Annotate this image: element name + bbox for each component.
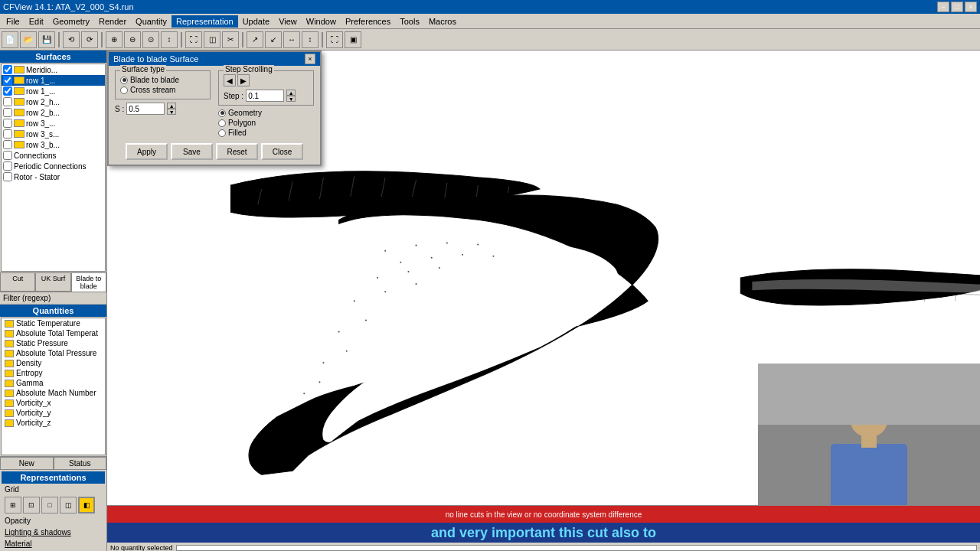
dialog-titlebar[interactable]: Blade to blade Surface × (109, 52, 320, 66)
qty-vorticity-z[interactable]: Vorticity_z (2, 418, 105, 428)
toolbar-btn-15[interactable]: ↔ (283, 31, 300, 48)
tree-checkbox-row1a[interactable] (3, 76, 12, 85)
toolbar-btn-13[interactable]: ↗ (247, 31, 263, 48)
toolbar-btn-12[interactable]: ✂ (222, 31, 239, 48)
tree-item-meridio[interactable]: Meridio... (2, 64, 105, 75)
reset-button[interactable]: Reset (216, 143, 258, 160)
toolbar-btn-18[interactable]: ▣ (345, 31, 361, 48)
menu-window[interactable]: Window (302, 15, 341, 28)
tree-checkbox-row2h[interactable] (3, 97, 12, 106)
menu-render[interactable]: Render (94, 15, 131, 28)
menu-tools[interactable]: Tools (395, 15, 424, 28)
toolbar-btn-10[interactable]: ⛶ (185, 31, 202, 48)
radio-btn-polygon[interactable] (218, 119, 226, 127)
step-spin-down[interactable]: ▼ (286, 96, 296, 102)
tree-checkbox-periodic[interactable] (3, 161, 12, 171)
qty-vorticity-y[interactable]: Vorticity_y (2, 408, 105, 418)
grid-icon-half[interactable]: ◫ (60, 497, 77, 514)
surfaces-tree[interactable]: Meridio... row 1_... row 1_... row 2_h..… (1, 64, 106, 272)
grid-icon-dot[interactable]: ⊡ (23, 497, 40, 514)
tree-item-row2b[interactable]: row 2_b... (2, 107, 105, 118)
radio-filled[interactable]: Filled (218, 129, 314, 137)
qty-abs-total-temp[interactable]: Absolute Total Temperat (2, 328, 105, 338)
radio-polygon[interactable]: Polygon (218, 119, 314, 127)
tab-cut[interactable]: Cut (0, 272, 35, 292)
toolbar-btn-2[interactable]: 📂 (20, 31, 37, 48)
radio-btn-cross-stream[interactable] (120, 86, 128, 94)
new-button[interactable]: New (0, 457, 54, 470)
toolbar-btn-17[interactable]: ⛶ (326, 31, 343, 48)
toolbar-btn-11[interactable]: ◫ (204, 31, 220, 48)
qty-entropy[interactable]: Entropy (2, 368, 105, 378)
tab-uk-surf[interactable]: UK Surf (35, 272, 70, 292)
tree-item-row1b[interactable]: row 1_... (2, 86, 105, 96)
menu-update[interactable]: Update (238, 15, 274, 28)
toolbar-btn-8[interactable]: ⊙ (142, 31, 159, 48)
tree-item-row3s[interactable]: row 3_s... (2, 129, 105, 139)
tree-item-row1a[interactable]: row 1_... (2, 75, 105, 86)
close-button[interactable]: Close (261, 143, 303, 160)
quantities-list[interactable]: Static Temperature Absolute Total Temper… (1, 318, 106, 455)
tree-item-row3a[interactable]: row 3_... (2, 118, 105, 129)
tree-item-rotor[interactable]: Rotor - Stator (2, 171, 105, 182)
tree-checkbox-rotor[interactable] (3, 172, 12, 181)
qty-static-pressure[interactable]: Static Pressure (2, 338, 105, 348)
lighting-label[interactable]: Lighting & shadows (2, 527, 105, 538)
material-label[interactable]: Material (2, 538, 105, 549)
tree-checkbox-meridio[interactable] (3, 65, 12, 74)
tree-checkbox-row3a[interactable] (3, 119, 12, 128)
menu-preferences[interactable]: Preferences (341, 15, 395, 28)
grid-icon-solid[interactable]: ◧ (78, 497, 95, 514)
minimize-button[interactable]: − (937, 2, 949, 12)
toolbar-btn-5[interactable]: ⟳ (81, 31, 98, 48)
tree-item-periodic[interactable]: Periodic Connections (2, 161, 105, 171)
s-input[interactable] (126, 103, 165, 115)
tree-checkbox-row2b[interactable] (3, 108, 12, 117)
radio-btn-blade-to-blade[interactable] (120, 77, 128, 84)
toolbar-btn-9[interactable]: ↕ (161, 31, 178, 48)
close-button[interactable]: × (965, 2, 977, 12)
toolbar-btn-7[interactable]: ⊖ (124, 31, 141, 48)
tree-item-row2h[interactable]: row 2_h... (2, 96, 105, 107)
radio-blade-to-blade[interactable]: Blade to blade (120, 76, 205, 84)
status-button[interactable]: Status (54, 457, 107, 470)
menu-geometry[interactable]: Geometry (48, 15, 94, 28)
dialog-close-button[interactable]: × (305, 54, 315, 64)
tree-checkbox-row3s[interactable] (3, 129, 12, 139)
qty-vorticity-x[interactable]: Vorticity_x (2, 398, 105, 408)
step-input[interactable] (246, 90, 284, 102)
radio-btn-geometry[interactable] (218, 109, 226, 117)
maximize-button[interactable]: □ (951, 2, 963, 12)
tree-item-connections[interactable]: Connections (2, 150, 105, 161)
tree-item-row3b[interactable]: row 3_b... (2, 139, 105, 150)
toolbar-btn-4[interactable]: ⟲ (63, 31, 80, 48)
tab-blade-to-blade[interactable]: Blade to blade (71, 272, 106, 292)
qty-abs-mach[interactable]: Absolute Mach Number (2, 388, 105, 398)
menu-representation[interactable]: Representation (172, 15, 238, 28)
menu-macros[interactable]: Macros (424, 15, 461, 28)
tree-checkbox-connections[interactable] (3, 151, 12, 160)
toolbar-btn-1[interactable]: 📄 (2, 31, 18, 48)
tree-checkbox-row3b[interactable] (3, 140, 12, 149)
toolbar-btn-3[interactable]: 💾 (38, 31, 55, 48)
s-spin-down[interactable]: ▼ (167, 109, 176, 115)
grid-icon-outline[interactable]: □ (41, 497, 58, 514)
save-button[interactable]: Save (171, 143, 213, 160)
menu-view[interactable]: View (274, 15, 302, 28)
qty-abs-total-pressure[interactable]: Absolute Total Pressure (2, 348, 105, 358)
step-spin-up[interactable]: ▲ (286, 90, 296, 96)
toolbar-btn-14[interactable]: ↙ (265, 31, 282, 48)
qty-static-temp[interactable]: Static Temperature (2, 318, 105, 328)
scroll-right-btn[interactable]: ▶ (237, 74, 250, 86)
scroll-left-btn[interactable]: ◀ (224, 74, 236, 86)
apply-button[interactable]: Apply (126, 143, 168, 160)
radio-geometry[interactable]: Geometry (218, 109, 314, 117)
menu-quantity[interactable]: Quantity (131, 15, 172, 28)
menu-file[interactable]: File (2, 15, 24, 28)
qty-density[interactable]: Density (2, 358, 105, 368)
grid-icon-mesh[interactable]: ⊞ (5, 497, 21, 514)
s-spin-up[interactable]: ▲ (167, 103, 176, 109)
radio-btn-filled[interactable] (218, 129, 226, 137)
radio-cross-stream[interactable]: Cross stream (120, 86, 205, 94)
toolbar-btn-6[interactable]: ⊕ (106, 31, 122, 48)
